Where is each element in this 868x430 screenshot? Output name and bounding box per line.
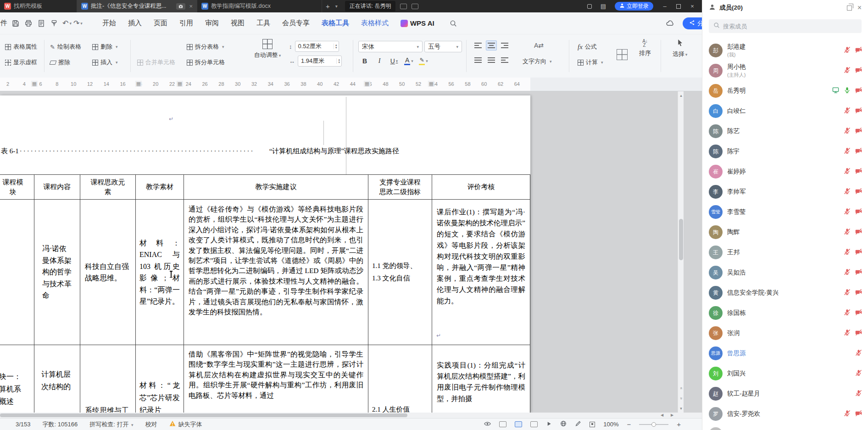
formula-button[interactable]: fx公式 [575, 41, 599, 53]
table-grid-icon[interactable] [617, 49, 628, 60]
table-properties-button[interactable]: 表格属性 [3, 41, 39, 53]
member-row[interactable]: 张张润 [702, 323, 868, 343]
file-menu[interactable]: 文件 [0, 19, 9, 28]
member-row[interactable]: 刘刘国兴 [702, 363, 868, 384]
member-row[interactable]: 岳岳秀明 [702, 81, 868, 101]
scroll-right-button[interactable]: ▶ [671, 413, 673, 417]
globe-icon[interactable] [560, 420, 567, 428]
table-cell[interactable]: 借助《黑客帝国》中“矩阵世界”的视觉隐喻，引导学生围绕“数字孪生与现实重构”这一… [184, 345, 368, 413]
table-cell[interactable]: 2.1 人生价值 [368, 345, 432, 413]
view-mode-page-icon[interactable] [515, 421, 522, 427]
column-grip-icon[interactable]: ▦ [31, 81, 38, 87]
align-center-button[interactable] [486, 40, 497, 50]
member-row[interactable]: 吴吴如浩 [702, 262, 868, 283]
previous-page-button[interactable]: « [679, 385, 684, 391]
font-size-select[interactable]: 五号▾ [424, 41, 462, 52]
align-right-button[interactable] [499, 40, 510, 50]
sort-button[interactable]: A↓Z 排序 [635, 39, 655, 57]
member-row[interactable]: 崔崔婷婷 [702, 162, 868, 182]
table-cell[interactable]: 系统思维与工 [80, 345, 136, 413]
draw-table-button[interactable]: ✎绘制表格 [48, 41, 83, 53]
zoom-slider[interactable] [639, 424, 668, 425]
maximize-button[interactable] [676, 4, 681, 9]
table-cell[interactable]: 材料：“龙芯”芯片研发纪录片 [136, 345, 184, 413]
horizontal-scrollbar[interactable]: ◀ ▶ [0, 413, 702, 418]
horizontal-ruler[interactable]: 2468101214161820222426283032343638404244… [0, 78, 702, 91]
table-header-cell[interactable]: 教学素材 [136, 175, 184, 200]
proofread-button[interactable]: 校对 [145, 420, 157, 429]
vertical-scrollbar-thumb[interactable] [679, 219, 683, 260]
next-page-button[interactable]: » [679, 396, 684, 402]
eye-protect-icon[interactable] [484, 420, 491, 429]
context-tab-表格工具[interactable]: 表格工具 [317, 17, 353, 29]
calculate-button[interactable]: 计算▾ [575, 56, 606, 68]
font-color-button[interactable]: A▾ [403, 56, 414, 67]
menu-tab-会员专享[interactable]: 会员专享 [278, 17, 314, 29]
table-header-cell[interactable]: 教学实施建议 [184, 175, 368, 200]
table-header-cell[interactable]: 课程内容 [34, 175, 80, 200]
column-grip-icon[interactable]: ▦ [428, 81, 434, 87]
text-direction-button[interactable]: 文字方向▾ [520, 56, 554, 67]
redo-button[interactable]: ↷▾ [73, 19, 83, 28]
table-header-cell[interactable]: 评价考核 [432, 175, 530, 200]
member-row[interactable]: 陈陈艺 [702, 121, 868, 141]
zoom-slider-thumb[interactable] [651, 422, 656, 427]
select-button[interactable]: 选择▾ [667, 39, 693, 58]
fullscreen-icon[interactable] [590, 422, 595, 427]
zoom-out-button[interactable]: − [627, 420, 631, 428]
member-row[interactable]: 罗信安-罗尧欢 [702, 404, 868, 424]
document-tab[interactable]: W批注-《信息安全专业课程思...× [77, 0, 197, 12]
member-row[interactable]: 陈陈宇 [702, 141, 868, 162]
table-cell[interactable]: 课后作业(1)：撰写题为“冯·诺依曼架构的技术伦理启示”的短文，要求结合《模仿游… [432, 200, 530, 345]
screen-share-icon[interactable] [400, 4, 407, 9]
popout-panel-icon[interactable] [847, 6, 852, 11]
play-icon[interactable] [546, 421, 552, 428]
table-cell[interactable]: 冯·诺依曼体系架构的哲学与技术革命 [34, 200, 80, 345]
menu-tab-wps-ai[interactable]: WPS AI [396, 17, 439, 29]
eraser-button[interactable]: 擦除 [48, 56, 83, 68]
column-grip-icon[interactable]: ▦ [364, 81, 370, 87]
show-gridlines-button[interactable]: 显示虚框 [3, 56, 39, 68]
member-row[interactable]: 雪莹李雪莹 [702, 202, 868, 222]
print-icon[interactable] [22, 17, 35, 30]
highlight-button[interactable]: ✎▾ [418, 56, 429, 67]
share-button[interactable]: 分享 [683, 17, 702, 29]
member-search-box[interactable] [709, 19, 862, 33]
member-row[interactable]: 彭彭港建(我) [702, 40, 868, 61]
member-row[interactable]: 周周小艳(主持人) [702, 61, 868, 81]
document-page[interactable]: 表 6-1 ··································… [0, 95, 530, 413]
member-row[interactable]: 李李帅军 [702, 182, 868, 202]
pen-icon[interactable] [575, 420, 581, 428]
menu-tab-视图[interactable]: 视图 [227, 17, 249, 29]
align-both-button[interactable] [499, 55, 510, 65]
col-width-field[interactable]: ↔ 1.94厘米▴▾ [289, 56, 342, 67]
insert-button[interactable]: 插入▾ [90, 56, 120, 68]
member-row[interactable]: 徐徐国栋 [702, 303, 868, 323]
table-header-cell[interactable]: 课程模块 [0, 175, 34, 200]
skin-icon[interactable]: ▤ [598, 3, 608, 10]
table-cell[interactable]: 模块一：计算机系统概述 [0, 345, 34, 413]
paragraph-layout-icon[interactable]: A⇄ [534, 42, 544, 49]
close-panel-icon[interactable]: × [857, 4, 862, 11]
member-row[interactable]: 白白竣仁 [702, 101, 868, 121]
scroll-left-button[interactable]: ◀ [661, 413, 663, 417]
minimize-button[interactable]: – [660, 3, 670, 10]
table-cell[interactable]: 1.1 党的领导、 1.3 文化自信 [368, 200, 432, 345]
tab-list-caret-icon[interactable]: ▾ [334, 4, 339, 9]
font-name-select[interactable]: 宋体▾ [358, 41, 423, 52]
member-row[interactable]: 陶陶辉 [702, 222, 868, 242]
menu-tab-引用[interactable]: 引用 [175, 17, 197, 29]
table-header-cell[interactable]: 课程思政元素 [80, 175, 136, 200]
table-cell[interactable]: 材料：ENIAC 与 103 机历史影像；材料：“两弹一星”纪录片。 [136, 200, 184, 345]
bold-button[interactable]: B [359, 56, 370, 67]
view-mode-single-icon[interactable] [499, 421, 506, 427]
table-cell[interactable]: 通过《硅谷传奇》与《模仿游戏》等经典科技电影片段的赏析，组织学生以“科技伦理与人… [184, 200, 368, 345]
document-tab[interactable]: W找稻壳模板 [0, 0, 77, 12]
menu-tab-审阅[interactable]: 审阅 [201, 17, 223, 29]
menu-tab-开始[interactable]: 开始 [98, 17, 120, 29]
word-count[interactable]: 字数: 105166 [43, 420, 78, 429]
member-row[interactable] [702, 424, 868, 430]
menu-tab-工具[interactable]: 工具 [252, 17, 274, 29]
delete-button[interactable]: 删除▾ [90, 41, 120, 53]
vertical-scrollbar[interactable]: ▴ « » ▾ [678, 91, 684, 413]
